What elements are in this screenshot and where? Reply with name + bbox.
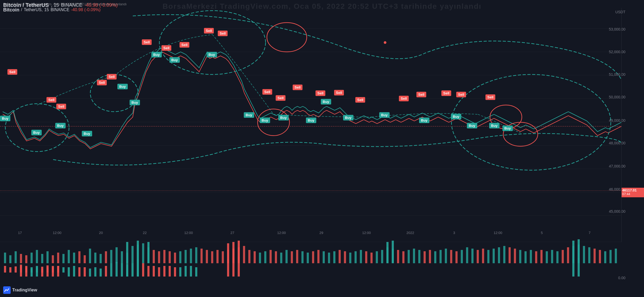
svg-text:7: 7 xyxy=(588,231,590,235)
svg-text:45,000.00: 45,000.00 xyxy=(609,209,625,214)
svg-text:49,000.00: 49,000.00 xyxy=(609,118,625,123)
svg-rect-163 xyxy=(89,269,91,277)
exchange-label: BINANCE xyxy=(50,7,69,12)
svg-rect-76 xyxy=(62,267,65,273)
svg-rect-97 xyxy=(333,251,335,263)
svg-rect-136 xyxy=(540,250,543,263)
svg-rect-105 xyxy=(376,251,378,263)
svg-rect-180 xyxy=(179,267,181,277)
svg-rect-64 xyxy=(222,251,224,263)
svg-text:5: 5 xyxy=(541,231,543,235)
svg-rect-92 xyxy=(307,253,309,263)
instrument-name: Bitcoin xyxy=(3,7,19,13)
svg-text:07:44: 07:44 xyxy=(622,192,630,196)
svg-text:20: 20 xyxy=(99,231,103,235)
svg-rect-164 xyxy=(94,267,96,277)
svg-rect-173 xyxy=(142,263,144,277)
chart-svg: USDT 53,000.00 52,000.00 51,000.00 50,00… xyxy=(0,0,644,297)
svg-rect-186 xyxy=(147,242,150,263)
svg-rect-117 xyxy=(440,250,442,263)
svg-rect-124 xyxy=(477,250,479,263)
svg-text:12:00: 12:00 xyxy=(184,231,193,235)
svg-rect-123 xyxy=(471,249,474,263)
svg-rect-198 xyxy=(238,257,240,277)
svg-rect-95 xyxy=(323,251,325,263)
svg-rect-80 xyxy=(243,246,245,263)
svg-rect-59 xyxy=(195,247,197,263)
svg-rect-139 xyxy=(556,251,558,263)
svg-rect-63 xyxy=(216,250,219,263)
svg-rect-27 xyxy=(25,255,27,263)
svg-rect-38 xyxy=(84,255,86,263)
svg-rect-187 xyxy=(386,242,389,263)
svg-rect-167 xyxy=(110,263,112,277)
svg-rect-103 xyxy=(365,251,367,263)
svg-rect-109 xyxy=(397,250,399,263)
svg-rect-55 xyxy=(174,253,176,263)
tv-logo-icon xyxy=(3,286,11,294)
svg-rect-47 xyxy=(131,246,134,263)
svg-rect-65 xyxy=(4,266,6,273)
svg-rect-159 xyxy=(68,267,70,277)
svg-rect-144 xyxy=(583,246,585,263)
svg-rect-62 xyxy=(211,251,213,263)
svg-rect-44 xyxy=(116,247,118,263)
svg-rect-106 xyxy=(381,250,383,263)
svg-rect-41 xyxy=(100,254,102,263)
svg-rect-66 xyxy=(9,267,11,273)
svg-rect-31 xyxy=(46,251,49,263)
svg-rect-169 xyxy=(121,263,123,277)
svg-rect-121 xyxy=(461,250,463,263)
svg-rect-199 xyxy=(572,259,574,277)
svg-rect-134 xyxy=(530,250,532,263)
svg-rect-60 xyxy=(201,249,203,263)
svg-rect-100 xyxy=(349,253,351,263)
svg-rect-120 xyxy=(455,251,458,263)
svg-rect-53 xyxy=(163,250,165,263)
svg-text:51,000.00: 51,000.00 xyxy=(609,72,625,77)
svg-rect-34 xyxy=(62,254,65,263)
svg-text:53,000.00: 53,000.00 xyxy=(609,27,625,31)
svg-rect-113 xyxy=(418,250,420,263)
svg-rect-90 xyxy=(296,250,298,263)
svg-rect-118 xyxy=(445,249,447,263)
svg-rect-179 xyxy=(174,267,176,277)
svg-rect-45 xyxy=(121,251,123,263)
svg-rect-114 xyxy=(424,251,426,263)
svg-rect-194 xyxy=(126,261,128,277)
svg-rect-115 xyxy=(429,250,431,263)
svg-rect-33 xyxy=(57,253,59,263)
tradingview-logo: TradingView xyxy=(3,286,37,294)
svg-rect-88 xyxy=(285,250,288,263)
svg-rect-28 xyxy=(31,253,33,263)
svg-rect-138 xyxy=(551,250,553,263)
svg-rect-155 xyxy=(41,269,43,277)
svg-rect-178 xyxy=(169,266,171,277)
svg-rect-99 xyxy=(344,251,346,263)
svg-rect-166 xyxy=(105,266,107,277)
svg-rect-132 xyxy=(519,250,521,263)
svg-rect-146 xyxy=(594,249,596,263)
svg-text:47,000.00: 47,000.00 xyxy=(609,164,625,168)
svg-rect-111 xyxy=(408,250,410,263)
svg-rect-161 xyxy=(78,267,80,277)
svg-rect-174 xyxy=(147,266,150,277)
svg-rect-151 xyxy=(20,266,22,277)
svg-rect-49 xyxy=(142,243,144,263)
svg-point-22 xyxy=(384,41,386,44)
svg-text:50,000.00: 50,000.00 xyxy=(609,95,625,99)
svg-rect-154 xyxy=(36,267,38,277)
svg-text:27: 27 xyxy=(231,231,234,235)
svg-rect-54 xyxy=(169,251,171,263)
svg-rect-176 xyxy=(158,267,160,277)
svg-rect-175 xyxy=(153,266,155,277)
svg-rect-126 xyxy=(487,250,489,263)
published-info: BorsaMerkezi TradingView.com, Oca 05, 20… xyxy=(3,2,127,6)
svg-rect-102 xyxy=(360,250,362,263)
svg-rect-51 xyxy=(153,250,155,263)
svg-rect-162 xyxy=(84,267,86,277)
svg-rect-150 xyxy=(615,249,617,263)
svg-text:12:00: 12:00 xyxy=(277,231,286,235)
svg-rect-91 xyxy=(301,251,304,263)
svg-rect-171 xyxy=(131,263,134,277)
